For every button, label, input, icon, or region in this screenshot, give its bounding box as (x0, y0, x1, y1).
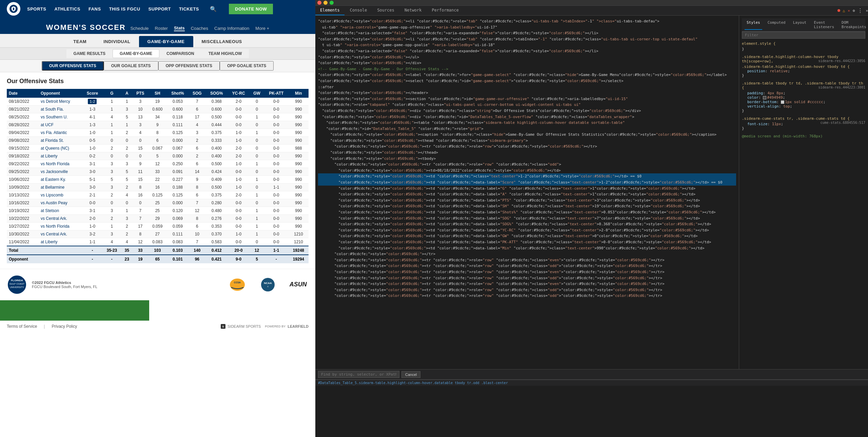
html-line[interactable]: "color:#9cdcfe;">style="color:#569cd6;">… (318, 36, 736, 42)
devtools-search-input[interactable] (318, 371, 399, 378)
nav-tickets[interactable]: Tickets (179, 6, 199, 12)
html-line[interactable]: "color:#9cdcfe;">style="color:#569cd6;">… (318, 78, 736, 84)
html-line[interactable]: "color:#9cdcfe;">aria-selected="false" "… (318, 48, 736, 54)
html-line[interactable]: "color:#9cdcfe;">style="color:#569cd6;">… (318, 227, 736, 233)
html-line[interactable]: "color:#9cdcfe;">style="color:#569cd6;">… (318, 156, 736, 162)
terms-of-service-link[interactable]: Terms of Service (7, 324, 37, 329)
html-line[interactable]: ui-tab" ">aria-controls="game-game-opp-o… (318, 24, 736, 31)
subtab-game-by-game[interactable]: Game-By-Game (113, 49, 159, 58)
sport-nav-roster[interactable]: Roster (155, 26, 168, 31)
privacy-policy-link[interactable]: Privacy Policy (52, 324, 77, 329)
styles-tab-computed[interactable]: Computed (766, 20, 788, 30)
html-line[interactable]: "color:#9cdcfe;">style="color:#569cd6;">… (318, 257, 736, 263)
html-line[interactable]: "color:#9cdcfe;">style="color:#569cd6;">… (318, 186, 736, 192)
devtools-tab-elements[interactable]: Elements (315, 6, 344, 15)
notification-dot (837, 9, 840, 12)
html-line[interactable]: "color:#9cdcfe;">style="color:#569cd6;">… (318, 239, 736, 245)
subtab-team-high-low[interactable]: Team High/Low (201, 49, 249, 58)
html-line[interactable]: "color:#9cdcfe;">style="color:#569cd6;">… (318, 263, 736, 269)
html-line[interactable]: "color:#9cdcfe;">style="color:#569cd6;">… (318, 60, 736, 66)
html-line[interactable]: "color:#9cdcfe;">style="color:#569cd6;">… (318, 179, 736, 186)
close-btn[interactable] (317, 1, 321, 5)
sport-nav-stats[interactable]: Stats (174, 25, 185, 31)
tab-individual[interactable]: Individual (95, 36, 139, 47)
devtools-tab-performance[interactable]: Performance (427, 6, 463, 15)
html-line[interactable]: "color:#9cdcfe;">style="color:#569cd6;">… (318, 90, 736, 96)
html-line[interactable]: "color:#9cdcfe;">style="color:#569cd6;">… (318, 72, 736, 78)
html-line[interactable]: "color:#9cdcfe;">style="color:#569cd6;">… (318, 150, 736, 156)
html-line[interactable]: "color:#9cdcfe;">style="color:#569cd6;">… (318, 281, 736, 287)
table-row: 10/27/2022vs North Florida1-012170.0590.… (7, 223, 309, 230)
sport-nav-more[interactable]: More + (255, 26, 269, 31)
subsubtab-our-offensive[interactable]: Our Offensive Stats (42, 61, 104, 71)
col-sog: SOG (189, 89, 205, 98)
html-line[interactable]: <!-- Game-By-Game - Game-By-Game - Our O… (318, 66, 736, 72)
html-line[interactable]: ::after (318, 84, 736, 90)
settings-icon[interactable]: ⚙ (853, 8, 855, 13)
donate-button[interactable]: Donate Now (229, 4, 273, 14)
devtools-tab-sources[interactable]: Sources (372, 6, 399, 15)
devtools-tab-network[interactable]: Network (400, 6, 427, 15)
html-line[interactable]: "color:#9cdcfe;">style="color:#569cd6;">… (318, 96, 736, 102)
minimize-btn[interactable] (323, 1, 328, 5)
html-line[interactable]: "color:#9cdcfe;">style="color:#569cd6;">… (318, 108, 736, 114)
site-header: Sports Athletics Fans This Is FGCU Suppo… (0, 0, 315, 18)
search-icon[interactable]: 🔍 (210, 6, 217, 12)
devtools-tab-console[interactable]: Console (345, 6, 372, 15)
styles-tab-event-listeners[interactable]: Event Listeners (812, 20, 836, 30)
subtab-game-results[interactable]: Game Results (66, 49, 113, 58)
styles-tab-layout[interactable]: Layout (791, 20, 809, 30)
html-line[interactable]: "color:#9cdcfe;">style="color:#569cd6;">… (318, 138, 736, 144)
html-line[interactable]: "color:#9cdcfe;">style="color:#569cd6;">… (318, 269, 736, 275)
dots-icon[interactable]: ⋮ (857, 7, 863, 14)
nav-athletics[interactable]: Athletics (54, 6, 80, 12)
html-line[interactable]: "color:#9cdcfe;">aria-selected="false" "… (318, 30, 736, 36)
html-line[interactable]: "color:#9cdcfe;">style="color:#569cd6;">… (318, 120, 736, 126)
html-line[interactable]: "color:#9cdcfe;">style="color:#569cd6;">… (318, 18, 736, 24)
subsubtab-opp-offensive[interactable]: Opp Offensive Stats (158, 61, 220, 71)
styles-filter-input[interactable] (742, 32, 865, 39)
html-line[interactable]: "color:#9cdcfe;">style="color:#569cd6;">… (318, 144, 736, 150)
html-line[interactable]: "color:#9cdcfe;">style="color:#569cd6;">… (318, 173, 736, 179)
styles-tab-styles[interactable]: Styles (745, 20, 762, 30)
nav-support[interactable]: Support (149, 6, 171, 12)
html-line[interactable]: "color:#9cdcfe;">id="DataTables_Table_5"… (318, 126, 736, 132)
nav-sports[interactable]: Sports (27, 6, 46, 12)
html-line[interactable]: "color:#9cdcfe;">style="color:#569cd6;">… (318, 293, 736, 299)
html-line[interactable]: "color:#9cdcfe;">style="color:#569cd6;">… (318, 54, 736, 60)
html-line[interactable]: "color:#9cdcfe;">style="color:#569cd6;">… (318, 162, 736, 168)
tab-game-by-game[interactable]: Game-By-Game (139, 36, 193, 47)
subsubtab-opp-goalie[interactable]: Opp Goalie Stats (220, 61, 274, 71)
col-a: A (121, 89, 133, 98)
html-line[interactable]: "color:#9cdcfe;">style="color:#569cd6;">… (318, 168, 736, 174)
nav-this-is-fgcu[interactable]: This Is FGCU (109, 6, 140, 12)
maximize-btn[interactable] (330, 1, 334, 5)
html-line[interactable]: "color:#9cdcfe;">style="color:#569cd6;">… (318, 132, 736, 138)
nav-fans[interactable]: Fans (88, 6, 101, 12)
html-line[interactable]: "color:#9cdcfe;">style="color:#569cd6;">… (318, 197, 736, 204)
html-line[interactable]: "color:#9cdcfe;">style="color:#569cd6;">… (318, 221, 736, 227)
styles-tab-dom-breakpoints[interactable]: DOM Breakpoints (840, 20, 868, 30)
sport-nav-coaches[interactable]: Coaches (191, 26, 208, 31)
sport-nav-camp[interactable]: Camp Information (214, 26, 249, 31)
tab-miscellaneous[interactable]: Miscellaneous (193, 36, 251, 47)
html-line[interactable]: "color:#9cdcfe;">style="color:#569cd6;">… (318, 233, 736, 239)
html-line[interactable]: "color:#9cdcfe;">style="color:#569cd6;">… (318, 203, 736, 209)
html-line[interactable]: "color:#9cdcfe;">style="color:#569cd6;">… (318, 275, 736, 281)
devtools-html-panel[interactable]: "color:#9cdcfe;">style="color:#569cd6;">… (315, 16, 739, 369)
html-line[interactable]: "color:#9cdcfe;">style="color:#569cd6;">… (318, 251, 736, 257)
close-devtools-icon[interactable]: ✕ (866, 8, 868, 13)
html-line[interactable]: "color:#9cdcfe;">role="tabpanel" "color:… (318, 102, 736, 108)
html-line[interactable]: "color:#9cdcfe;">style="color:#569cd6;">… (318, 114, 736, 120)
subsubtab-our-goalie[interactable]: Our Goalie Stats (104, 61, 158, 71)
devtools-cancel-button[interactable]: Cancel (401, 371, 420, 378)
tab-team[interactable]: Team (65, 36, 95, 47)
html-line[interactable]: "color:#9cdcfe;">style="color:#569cd6;">… (318, 287, 736, 293)
html-line[interactable]: "color:#9cdcfe;">style="color:#569cd6;">… (318, 215, 736, 222)
html-line[interactable]: t ui-tab" ">aria-controls="game-game-opp… (318, 42, 736, 48)
html-line[interactable]: "color:#9cdcfe;">style="color:#569cd6;">… (318, 191, 736, 197)
html-line[interactable]: "color:#9cdcfe;">style="color:#569cd6;">… (318, 245, 736, 251)
subtab-comparison[interactable]: Comparison (159, 49, 201, 58)
html-line[interactable]: "color:#9cdcfe;">style="color:#569cd6;">… (318, 209, 736, 215)
sport-nav-schedule[interactable]: Schedule (130, 26, 149, 31)
